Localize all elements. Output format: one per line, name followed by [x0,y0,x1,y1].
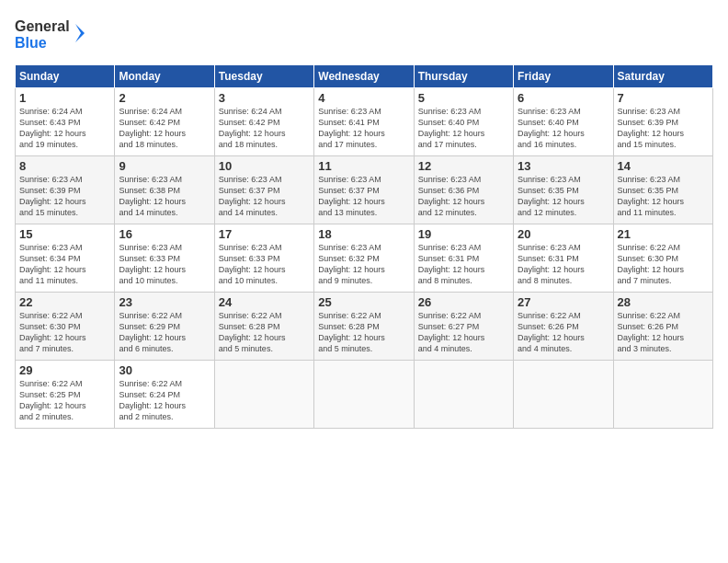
day-number: 25 [318,295,409,309]
header-row: SundayMondayTuesdayWednesdayThursdayFrid… [16,65,713,88]
svg-marker-2 [75,24,85,42]
day-number: 14 [618,159,709,173]
svg-text:General: General [15,18,70,34]
col-header-monday: Monday [115,65,214,88]
calendar-cell: 14Sunrise: 6:23 AM Sunset: 6:35 PM Dayli… [613,156,712,224]
col-header-thursday: Thursday [414,65,513,88]
calendar-cell: 11Sunrise: 6:23 AM Sunset: 6:37 PM Dayli… [314,156,414,224]
day-number: 11 [318,159,409,173]
day-number: 6 [518,91,609,105]
day-number: 15 [19,227,110,241]
logo-svg: GeneralBlue [15,15,88,55]
cell-text: Sunrise: 6:24 AM Sunset: 6:43 PM Dayligh… [19,106,110,151]
calendar-cell: 7Sunrise: 6:23 AM Sunset: 6:39 PM Daylig… [613,88,712,156]
calendar-cell: 9Sunrise: 6:23 AM Sunset: 6:38 PM Daylig… [115,156,214,224]
calendar-cell [314,361,414,429]
calendar-cell: 18Sunrise: 6:23 AM Sunset: 6:32 PM Dayli… [314,224,414,293]
day-number: 19 [418,227,509,241]
week-row-2: 8Sunrise: 6:23 AM Sunset: 6:39 PM Daylig… [16,156,713,224]
calendar-cell: 17Sunrise: 6:23 AM Sunset: 6:33 PM Dayli… [214,224,313,293]
calendar-cell [414,361,513,429]
cell-text: Sunrise: 6:22 AM Sunset: 6:26 PM Dayligh… [518,310,609,355]
calendar-cell [214,361,313,429]
week-row-4: 22Sunrise: 6:22 AM Sunset: 6:30 PM Dayli… [16,293,713,361]
day-number: 2 [119,91,210,105]
cell-text: Sunrise: 6:22 AM Sunset: 6:30 PM Dayligh… [19,310,110,355]
day-number: 24 [219,295,310,309]
calendar-cell: 20Sunrise: 6:23 AM Sunset: 6:31 PM Dayli… [514,224,613,293]
calendar-cell: 12Sunrise: 6:23 AM Sunset: 6:36 PM Dayli… [414,156,513,224]
cell-text: Sunrise: 6:22 AM Sunset: 6:29 PM Dayligh… [119,310,210,355]
calendar-cell: 6Sunrise: 6:23 AM Sunset: 6:40 PM Daylig… [514,88,613,156]
col-header-wednesday: Wednesday [314,65,414,88]
calendar-cell: 4Sunrise: 6:23 AM Sunset: 6:41 PM Daylig… [314,88,414,156]
calendar-cell: 30Sunrise: 6:22 AM Sunset: 6:24 PM Dayli… [115,361,214,429]
cell-text: Sunrise: 6:22 AM Sunset: 6:27 PM Dayligh… [418,310,509,355]
cell-text: Sunrise: 6:23 AM Sunset: 6:32 PM Dayligh… [318,242,409,287]
day-number: 12 [418,159,509,173]
calendar-cell: 13Sunrise: 6:23 AM Sunset: 6:35 PM Dayli… [514,156,613,224]
cell-text: Sunrise: 6:23 AM Sunset: 6:39 PM Dayligh… [618,106,709,151]
day-number: 9 [119,159,210,173]
cell-text: Sunrise: 6:22 AM Sunset: 6:24 PM Dayligh… [119,378,210,423]
header: GeneralBlue [15,15,713,55]
day-number: 10 [219,159,310,173]
day-number: 7 [618,91,709,105]
day-number: 4 [318,91,409,105]
day-number: 28 [618,295,709,309]
cell-text: Sunrise: 6:23 AM Sunset: 6:38 PM Dayligh… [119,174,210,219]
cell-text: Sunrise: 6:23 AM Sunset: 6:40 PM Dayligh… [418,106,509,151]
calendar-cell: 25Sunrise: 6:22 AM Sunset: 6:28 PM Dayli… [314,293,414,361]
day-number: 29 [19,363,110,377]
cell-text: Sunrise: 6:23 AM Sunset: 6:31 PM Dayligh… [518,242,609,287]
day-number: 27 [518,295,609,309]
calendar-cell [613,361,712,429]
day-number: 5 [418,91,509,105]
week-row-1: 1Sunrise: 6:24 AM Sunset: 6:43 PM Daylig… [16,88,713,156]
cell-text: Sunrise: 6:22 AM Sunset: 6:25 PM Dayligh… [19,378,110,423]
calendar-cell [514,361,613,429]
calendar-cell: 15Sunrise: 6:23 AM Sunset: 6:34 PM Dayli… [16,224,115,293]
calendar-cell: 16Sunrise: 6:23 AM Sunset: 6:33 PM Dayli… [115,224,214,293]
logo: GeneralBlue [15,15,88,55]
day-number: 17 [219,227,310,241]
cell-text: Sunrise: 6:23 AM Sunset: 6:34 PM Dayligh… [19,242,110,287]
day-number: 26 [418,295,509,309]
day-number: 18 [318,227,409,241]
day-number: 16 [119,227,210,241]
calendar-cell: 21Sunrise: 6:22 AM Sunset: 6:30 PM Dayli… [613,224,712,293]
cell-text: Sunrise: 6:23 AM Sunset: 6:35 PM Dayligh… [518,174,609,219]
day-number: 1 [19,91,110,105]
cell-text: Sunrise: 6:22 AM Sunset: 6:28 PM Dayligh… [219,310,310,355]
week-row-5: 29Sunrise: 6:22 AM Sunset: 6:25 PM Dayli… [16,361,713,429]
calendar-cell: 5Sunrise: 6:23 AM Sunset: 6:40 PM Daylig… [414,88,513,156]
cell-text: Sunrise: 6:24 AM Sunset: 6:42 PM Dayligh… [219,106,310,151]
calendar-cell: 10Sunrise: 6:23 AM Sunset: 6:37 PM Dayli… [214,156,313,224]
calendar-cell: 24Sunrise: 6:22 AM Sunset: 6:28 PM Dayli… [214,293,313,361]
cell-text: Sunrise: 6:23 AM Sunset: 6:33 PM Dayligh… [119,242,210,287]
calendar-table: SundayMondayTuesdayWednesdayThursdayFrid… [15,64,713,429]
week-row-3: 15Sunrise: 6:23 AM Sunset: 6:34 PM Dayli… [16,224,713,293]
cell-text: Sunrise: 6:23 AM Sunset: 6:37 PM Dayligh… [318,174,409,219]
calendar-cell: 22Sunrise: 6:22 AM Sunset: 6:30 PM Dayli… [16,293,115,361]
col-header-saturday: Saturday [613,65,712,88]
calendar-cell: 23Sunrise: 6:22 AM Sunset: 6:29 PM Dayli… [115,293,214,361]
col-header-tuesday: Tuesday [214,65,313,88]
calendar-cell: 1Sunrise: 6:24 AM Sunset: 6:43 PM Daylig… [16,88,115,156]
cell-text: Sunrise: 6:23 AM Sunset: 6:39 PM Dayligh… [19,174,110,219]
calendar-cell: 8Sunrise: 6:23 AM Sunset: 6:39 PM Daylig… [16,156,115,224]
day-number: 3 [219,91,310,105]
page: { "header": { "logo_line1": "General", "… [0,0,728,563]
cell-text: Sunrise: 6:23 AM Sunset: 6:41 PM Dayligh… [318,106,409,151]
cell-text: Sunrise: 6:23 AM Sunset: 6:31 PM Dayligh… [418,242,509,287]
calendar-cell: 3Sunrise: 6:24 AM Sunset: 6:42 PM Daylig… [214,88,313,156]
col-header-sunday: Sunday [16,65,115,88]
day-number: 22 [19,295,110,309]
calendar-cell: 26Sunrise: 6:22 AM Sunset: 6:27 PM Dayli… [414,293,513,361]
cell-text: Sunrise: 6:24 AM Sunset: 6:42 PM Dayligh… [119,106,210,151]
day-number: 21 [618,227,709,241]
cell-text: Sunrise: 6:23 AM Sunset: 6:40 PM Dayligh… [518,106,609,151]
cell-text: Sunrise: 6:23 AM Sunset: 6:33 PM Dayligh… [219,242,310,287]
day-number: 20 [518,227,609,241]
calendar-cell: 19Sunrise: 6:23 AM Sunset: 6:31 PM Dayli… [414,224,513,293]
